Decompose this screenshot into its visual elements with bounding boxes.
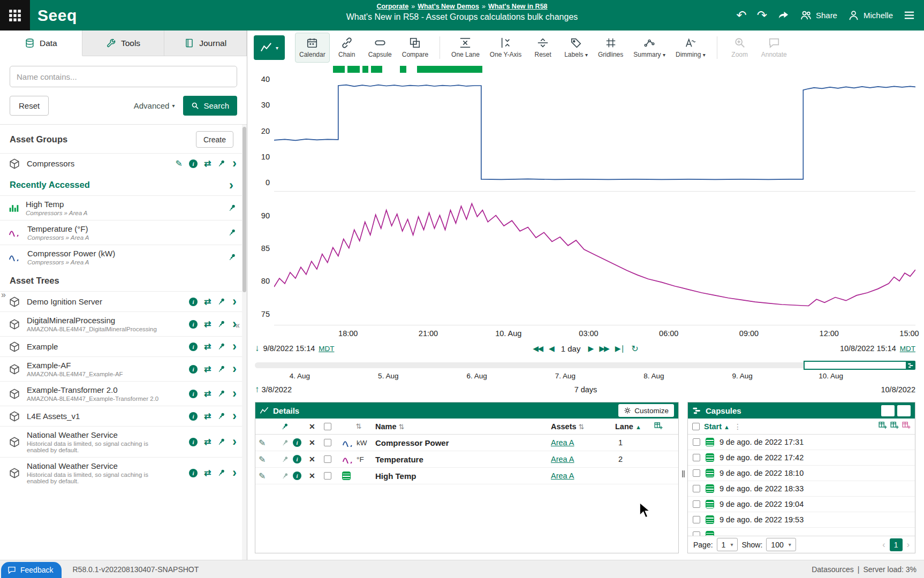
- name-column-header[interactable]: Name ⇅: [375, 422, 551, 431]
- toolbar-annotate-button[interactable]: Annotate: [757, 33, 791, 63]
- capsule-bar[interactable]: [400, 66, 406, 73]
- chevron-right-icon[interactable]: ›: [232, 341, 237, 351]
- lane-compressor-power[interactable]: 403020100: [274, 73, 915, 192]
- advanced-toggle[interactable]: Advanced ▾: [134, 101, 175, 110]
- info-icon[interactable]: i: [189, 365, 198, 374]
- lane-column-header[interactable]: Lane ▲: [615, 422, 654, 431]
- start-column-header[interactable]: Start ▲: [704, 422, 730, 431]
- pin-icon[interactable]: [217, 364, 226, 374]
- prev-page-icon[interactable]: ‹: [882, 540, 885, 550]
- search-input[interactable]: [10, 66, 237, 87]
- tab-journal[interactable]: Journal: [164, 31, 247, 56]
- asset-link[interactable]: Area A: [551, 438, 615, 447]
- toolbar-one-lane-button[interactable]: One Lane: [447, 33, 484, 63]
- row-checkbox[interactable]: [324, 439, 331, 446]
- scrubber-window[interactable]: [804, 361, 907, 370]
- info-icon[interactable]: i: [293, 455, 301, 463]
- remove-icon[interactable]: ✕: [309, 455, 324, 463]
- edit-icon[interactable]: ✎: [259, 471, 277, 481]
- remove-all-icon[interactable]: ✕: [309, 422, 324, 431]
- swap-icon[interactable]: ⇄: [204, 389, 210, 399]
- toolbar-compare-button[interactable]: Compare: [398, 33, 433, 63]
- pin-icon[interactable]: [228, 253, 237, 262]
- edit-icon[interactable]: ✎: [259, 438, 277, 448]
- expand-panel-icon[interactable]: »: [1, 290, 6, 300]
- capsules-collapse-button[interactable]: [897, 405, 911, 416]
- range-start-date[interactable]: 9/8/2022 15:14: [263, 344, 315, 353]
- remove-icon[interactable]: ✕: [309, 471, 324, 480]
- capsule-row[interactable]: 9 de ago. de 2022 19:53: [688, 512, 915, 528]
- details-row[interactable]: ✎ i ✕ kW Compressor Power Area A 1: [255, 435, 678, 451]
- swap-icon[interactable]: ⇄: [204, 468, 210, 478]
- capsule-row[interactable]: 9 de ago. de 2022 18:10: [688, 466, 915, 481]
- chevron-right-icon[interactable]: ›: [232, 296, 237, 306]
- assets-column-header[interactable]: Assets ⇅: [551, 422, 615, 431]
- capsule-checkbox[interactable]: [693, 454, 700, 461]
- range-end-date[interactable]: 10/8/2022 15:14: [840, 344, 896, 353]
- collapse-sidebar-icon[interactable]: «: [235, 321, 240, 330]
- create-asset-group-button[interactable]: Create: [196, 131, 233, 148]
- swap-icon[interactable]: ⇄: [204, 158, 210, 169]
- swap-icon[interactable]: ⇄: [204, 364, 210, 374]
- customize-button[interactable]: Customize: [618, 404, 674, 417]
- info-icon[interactable]: i: [293, 471, 301, 480]
- pin-icon[interactable]: [277, 472, 293, 480]
- info-icon[interactable]: i: [189, 320, 198, 329]
- info-icon[interactable]: i: [189, 390, 198, 398]
- chevron-right-icon[interactable]: ›: [232, 437, 237, 446]
- pin-icon[interactable]: [277, 439, 293, 447]
- asset-link[interactable]: Area A: [551, 471, 615, 480]
- toolbar-summary-button[interactable]: Summary ▾: [629, 33, 670, 63]
- investigate-start-icon[interactable]: ↑: [255, 384, 260, 395]
- time-scrubber[interactable]: [255, 361, 915, 370]
- tab-data[interactable]: Data: [0, 31, 82, 56]
- investigate-start-date[interactable]: 3/8/2022: [262, 385, 292, 394]
- capsules-select-all-checkbox[interactable]: [692, 423, 700, 430]
- capsule-checkbox[interactable]: [693, 516, 700, 523]
- toolbar-labels-button[interactable]: Labels ▾: [560, 33, 592, 63]
- swap-icon[interactable]: ⇄: [204, 341, 210, 352]
- details-row[interactable]: ✎ i ✕ °F Temperature Area A 2: [255, 451, 678, 468]
- asset-tree-row[interactable]: Example-Transformer 2.0 AMAZONA-8LE4M47_…: [0, 381, 242, 406]
- capsule-row[interactable]: 9 de ago. de 2022 18:33: [688, 481, 915, 497]
- refresh-icon[interactable]: ↻: [631, 344, 638, 354]
- column-options-icon[interactable]: ⋮: [734, 422, 741, 431]
- pin-icon[interactable]: [228, 203, 237, 212]
- go-to-end-icon[interactable]: ▶❘: [615, 344, 625, 353]
- undo-icon[interactable]: ↶: [736, 9, 746, 21]
- remove-icon[interactable]: ✕: [309, 438, 324, 447]
- page-select[interactable]: 1▾: [717, 538, 738, 551]
- breadcrumb-link-corporate[interactable]: Corporate: [376, 3, 408, 10]
- app-grid-button[interactable]: [0, 0, 30, 31]
- chevron-right-icon[interactable]: ›: [232, 389, 237, 398]
- redo-icon[interactable]: ↷: [757, 9, 767, 21]
- info-icon[interactable]: i: [189, 412, 198, 421]
- row-checkbox[interactable]: [324, 472, 331, 480]
- hamburger-menu-icon[interactable]: [903, 9, 915, 21]
- scrollbar-thumb[interactable]: [243, 127, 246, 292]
- asset-tree-row[interactable]: DigitalMineralProcessing AMAZONA-8LE4M47…: [0, 311, 242, 336]
- chevron-right-icon[interactable]: ›: [232, 364, 237, 374]
- toolbar-zoom-button[interactable]: Zoom: [724, 33, 755, 63]
- toolbar-calendar-button[interactable]: Calendar: [295, 33, 330, 63]
- toolbar-capsule-button[interactable]: Capsule: [364, 33, 396, 63]
- pin-all-icon[interactable]: [277, 422, 293, 431]
- pin-icon[interactable]: [217, 159, 226, 168]
- asset-tree-row[interactable]: National Weather Service Historical data…: [0, 426, 242, 457]
- capsules-zoom-button[interactable]: [881, 405, 895, 416]
- capsule-bar[interactable]: [362, 66, 368, 73]
- asset-group-row[interactable]: Compressors ✎ i ⇄ ›: [0, 153, 242, 173]
- capsule-checkbox[interactable]: [693, 469, 700, 477]
- capsule-row[interactable]: 9 de ago. de 2022 17:31: [688, 435, 915, 450]
- pan-right-icon[interactable]: ▶: [588, 344, 593, 353]
- toolbar-chain-button[interactable]: Chain: [331, 33, 362, 63]
- pan-left-icon[interactable]: ◀: [549, 344, 554, 353]
- pin-icon[interactable]: [217, 342, 226, 351]
- capsule-bar[interactable]: [417, 66, 482, 73]
- panel-splitter[interactable]: [679, 402, 687, 553]
- capsule-bar[interactable]: [371, 66, 382, 73]
- pin-icon[interactable]: [217, 437, 226, 446]
- pin-icon[interactable]: [277, 455, 293, 463]
- toolbar-gridlines-button[interactable]: Gridlines: [594, 33, 627, 63]
- lane-temperature[interactable]: 90858075: [274, 194, 915, 325]
